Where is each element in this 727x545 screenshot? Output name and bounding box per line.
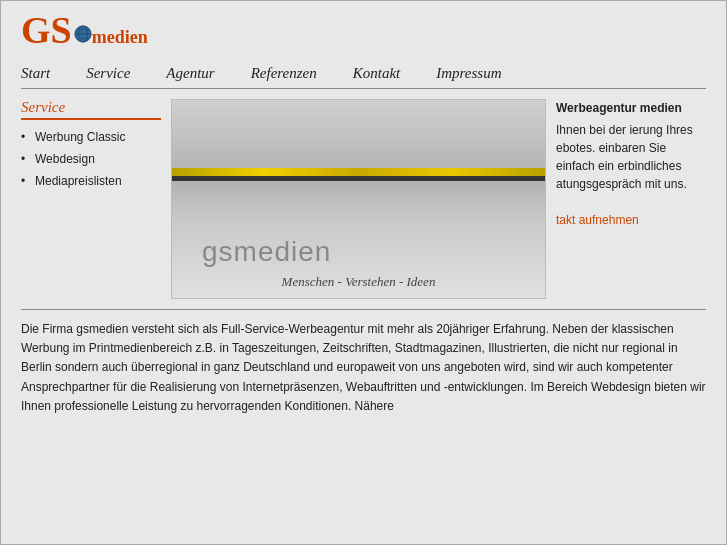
bottom-text: Die Firma gsmedien versteht sich als Ful… (1, 320, 726, 436)
nav-item-impressum[interactable]: Impressum (418, 65, 519, 82)
nav-item-start[interactable]: Start (21, 65, 68, 82)
nav-item-agentur[interactable]: Agentur (148, 65, 232, 82)
sidebar-title: Service (21, 99, 161, 120)
header: GS medien (1, 1, 726, 57)
navigation: Start Service Agentur Referenzen Kontakt… (1, 57, 726, 82)
sidebar-list: Werbung Classic Webdesign Mediapreislist… (21, 130, 161, 188)
info-panel-link[interactable]: takt aufnehmen (556, 213, 639, 227)
sidebar-item-werbung[interactable]: Werbung Classic (21, 130, 161, 144)
nav-item-referenzen[interactable]: Referenzen (233, 65, 335, 82)
nav-item-service[interactable]: Service (68, 65, 148, 82)
content-divider (21, 309, 706, 310)
banner-subtitle: Menschen - Verstehen - Ideen (172, 274, 545, 290)
sidebar-item-webdesign[interactable]: Webdesign (21, 152, 161, 166)
banner-strip-gold (172, 168, 545, 176)
banner: gsmedien Menschen - Verstehen - Ideen (171, 99, 546, 299)
info-panel-text: Ihnen bei der ierung Ihres ebotes. einba… (556, 121, 706, 193)
logo: GS medien (21, 11, 148, 57)
page-wrapper: GS medien Start Service Agentur Referenz… (0, 0, 727, 545)
info-panel: Werbeagentur medien Ihnen bei der ierung… (556, 99, 706, 299)
nav-item-kontakt[interactable]: Kontakt (335, 65, 419, 82)
banner-strip-dark (172, 176, 545, 181)
sidebar-item-mediapreislisten[interactable]: Mediapreislisten (21, 174, 161, 188)
banner-text: gsmedien (202, 236, 331, 268)
main-content: Service Werbung Classic Webdesign Mediap… (1, 89, 726, 299)
logo-medien: medien (92, 27, 148, 48)
globe-icon (74, 25, 92, 43)
sidebar: Service Werbung Classic Webdesign Mediap… (21, 99, 161, 299)
info-panel-title: Werbeagentur medien (556, 99, 706, 117)
logo-gs: GS (21, 11, 72, 49)
